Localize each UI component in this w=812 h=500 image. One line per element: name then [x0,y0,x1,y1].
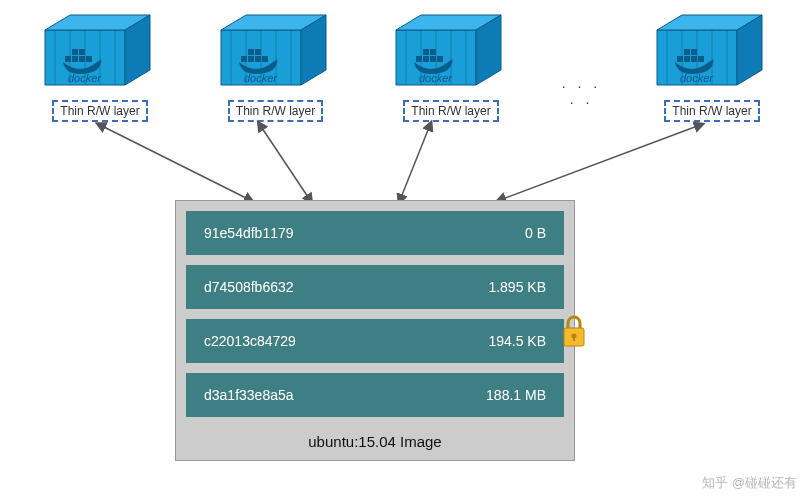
containers-row: docker Thin R/W layer [0,0,812,122]
rw-layer-label: Thin R/W layer [403,100,498,122]
svg-rect-8 [65,56,71,62]
svg-rect-68 [573,336,575,341]
svg-text:docker: docker [68,72,102,84]
svg-line-65 [500,125,700,200]
svg-rect-13 [79,49,85,55]
svg-text:docker: docker [419,72,453,84]
docker-container-icon: docker [652,10,772,95]
layer-row: d74508fb6632 1.895 KB [186,265,564,309]
svg-rect-9 [72,56,78,62]
svg-rect-53 [677,56,683,62]
docker-container-icon: docker [40,10,160,95]
svg-text:docker: docker [244,72,278,84]
docker-container-icon: docker [391,10,511,95]
svg-line-63 [260,125,310,200]
watermark: 知乎 @碰碰还有 [702,474,797,492]
svg-rect-54 [684,56,690,62]
layer-size: 0 B [525,225,546,241]
svg-rect-28 [255,49,261,55]
svg-rect-42 [423,49,429,55]
svg-text:docker: docker [680,72,714,84]
svg-rect-38 [416,56,422,62]
lock-icon [560,314,588,348]
image-panel: 91e54dfb1179 0 B d74508fb6632 1.895 KB c… [175,200,575,461]
layer-row: d3a1f33e8a5a 188.1 MB [186,373,564,417]
svg-rect-40 [430,56,436,62]
container-unit: docker Thin R/W layer [30,10,170,122]
rw-layer-label: Thin R/W layer [664,100,759,122]
svg-rect-27 [248,49,254,55]
layer-hash: c22013c84729 [204,333,296,349]
layer-row: c22013c84729 194.5 KB [186,319,564,363]
svg-rect-57 [684,49,690,55]
container-unit: docker Thin R/W layer [642,10,782,122]
container-unit: docker Thin R/W layer [381,10,521,122]
layer-size: 188.1 MB [486,387,546,403]
rw-layer-label: Thin R/W layer [52,100,147,122]
svg-rect-12 [72,49,78,55]
svg-rect-10 [79,56,85,62]
layer-hash: 91e54dfb1179 [204,225,294,241]
layer-size: 1.895 KB [488,279,546,295]
layer-row: 91e54dfb1179 0 B [186,211,564,255]
svg-rect-56 [698,56,704,62]
svg-rect-55 [691,56,697,62]
rw-layer-label: Thin R/W layer [228,100,323,122]
svg-rect-43 [430,49,436,55]
layer-size: 194.5 KB [488,333,546,349]
svg-rect-24 [248,56,254,62]
docker-container-icon: docker [216,10,336,95]
svg-rect-58 [691,49,697,55]
svg-line-62 [100,125,250,200]
svg-rect-25 [255,56,261,62]
svg-rect-41 [437,56,443,62]
svg-rect-39 [423,56,429,62]
layer-hash: d74508fb6632 [204,279,294,295]
ellipsis: . . . . . [557,75,607,107]
container-unit: docker Thin R/W layer [206,10,346,122]
svg-rect-23 [241,56,247,62]
image-label: ubuntu:15.04 Image [186,427,564,460]
svg-rect-26 [262,56,268,62]
layer-hash: d3a1f33e8a5a [204,387,294,403]
svg-rect-11 [86,56,92,62]
svg-line-64 [400,125,430,200]
